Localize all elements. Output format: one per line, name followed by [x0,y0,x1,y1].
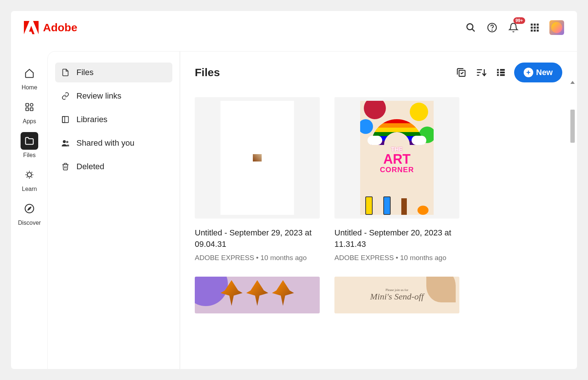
select-multiple-button[interactable] [455,66,468,79]
svg-rect-12 [537,29,538,31]
nav-apps[interactable]: Apps [17,98,42,125]
nav-label: Apps [23,118,36,125]
apps-icon [21,98,38,116]
search-icon [466,22,476,33]
main-actions: + New [455,63,562,82]
sidebar-review-links[interactable]: Review links [55,86,172,106]
select-icon [456,67,466,78]
file-card[interactable]: Untitled - September 29, 2023 at 09.04.3… [195,97,320,262]
svg-rect-11 [534,29,535,31]
thumb-mini-image [253,154,262,161]
shared-icon [61,139,70,148]
file-meta: ADOBE EXPRESS • 10 months ago [334,254,459,262]
file-icon [61,68,70,77]
svg-line-1 [472,29,475,32]
svg-rect-8 [534,26,535,28]
header-actions: 99+ [464,20,564,35]
file-title: Untitled - September 29, 2023 at 09.04.3… [195,227,320,250]
sidebar-label: Files [76,68,93,77]
sendoff-title: Mini's Send-off [370,292,424,302]
svg-rect-9 [537,26,538,28]
file-card[interactable]: THE ART CORNER Untitled - September 20, … [334,97,459,262]
nav-label: Files [23,152,36,159]
bell-icon [508,22,519,33]
svg-line-23 [32,177,32,178]
file-thumbnail: THE ART CORNER [334,97,459,219]
svg-rect-15 [26,108,29,111]
sort-icon [476,67,487,78]
thumb-art-corner: THE ART CORNER [360,101,434,215]
svg-rect-6 [537,24,538,25]
scroll-up-arrow[interactable] [570,81,575,84]
svg-rect-4 [531,24,533,25]
sidebar: Files Review links Libraries [48,52,180,369]
nav-label: Learn [22,186,37,192]
scrollbar[interactable] [570,81,575,302]
adobe-logo-icon [24,21,39,34]
body: Home Apps Files Learn [11,44,577,369]
svg-point-31 [66,141,68,143]
svg-point-14 [30,103,33,106]
new-button[interactable]: + New [514,63,562,82]
svg-line-24 [27,177,28,178]
svg-point-0 [467,24,473,30]
files-grid: Untitled - September 29, 2023 at 09.04.3… [195,97,562,322]
learn-icon [21,166,38,184]
sidebar-label: Review links [76,91,121,101]
nav-discover[interactable]: Discover [17,200,42,226]
inner-panel: Files Review links Libraries [48,52,577,369]
svg-line-22 [27,172,28,173]
svg-point-30 [63,140,66,143]
new-button-label: New [536,68,553,77]
svg-rect-41 [497,72,499,74]
sidebar-shared[interactable]: Shared with you [55,133,172,153]
file-meta: ADOBE EXPRESS • 10 months ago [195,254,320,262]
apps-grid-icon [530,23,539,32]
adobe-logo[interactable]: Adobe [24,21,77,34]
file-card[interactable]: Please join us for Mini's Send-off [334,277,459,322]
adobe-brand-text: Adobe [43,21,77,34]
sidebar-libraries[interactable]: Libraries [55,110,172,129]
list-icon [496,67,506,78]
sidebar-deleted[interactable]: Deleted [55,157,172,177]
avatar[interactable] [549,20,564,35]
page-title: Files [195,66,220,79]
nav-label: Discover [18,220,41,226]
sidebar-files[interactable]: Files [55,63,172,82]
discover-icon [21,200,38,217]
nav-files[interactable]: Files [17,132,42,159]
file-thumbnail [195,97,320,219]
svg-rect-42 [500,72,505,74]
nav-learn[interactable]: Learn [17,166,42,192]
sidebar-label: Shared with you [76,138,135,148]
scroll-thumb[interactable] [570,110,575,143]
art-text-art: ART [380,153,414,166]
svg-rect-10 [531,29,533,31]
svg-point-3 [492,30,492,30]
file-card[interactable] [195,277,320,322]
svg-rect-43 [497,74,499,76]
svg-point-17 [27,173,32,177]
nav-home[interactable]: Home [17,64,42,91]
svg-rect-28 [62,117,69,123]
file-title: Untitled - September 20, 2023 at 11.31.4… [334,227,459,250]
file-thumbnail [195,277,320,313]
left-nav: Home Apps Files Learn [11,44,48,369]
sort-button[interactable] [474,66,488,79]
files-icon [21,132,38,150]
notifications-wrapper: 99+ [507,21,520,34]
apps-grid-button[interactable] [528,21,541,34]
list-view-button[interactable] [494,66,508,79]
link-icon [61,92,70,100]
help-icon [487,22,497,33]
svg-rect-13 [26,103,29,106]
sidebar-label: Libraries [76,115,107,124]
svg-rect-16 [30,108,33,111]
help-button[interactable] [485,21,499,34]
sendoff-pre: Please join us for [386,288,408,292]
file-thumbnail: Please join us for Mini's Send-off [334,277,459,313]
svg-rect-40 [500,69,505,71]
search-button[interactable] [464,21,477,34]
home-icon [21,64,38,82]
svg-rect-29 [62,117,65,123]
